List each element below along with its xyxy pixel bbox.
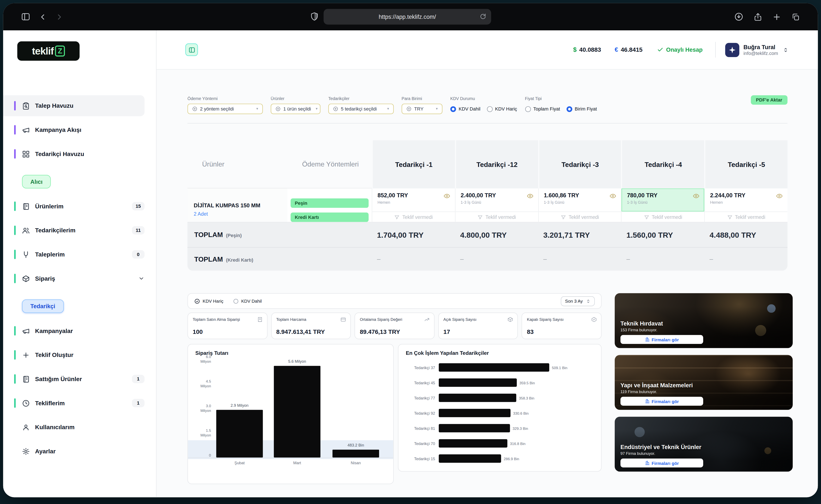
vat-haric-option[interactable]: KDV Hariç bbox=[194, 298, 223, 304]
grid-icon bbox=[22, 150, 30, 158]
period-select[interactable]: Son 3 Ay bbox=[561, 296, 595, 306]
sidebar-item-kampanya-akisi[interactable]: Kampanya Akışı bbox=[3, 119, 145, 140]
accent-bar bbox=[14, 374, 16, 384]
view-offer-eye-icon[interactable] bbox=[693, 193, 700, 199]
hbar-value-label: 358.3 Bin bbox=[519, 396, 534, 400]
offer: 2.244,00 TRYHemen bbox=[705, 189, 787, 212]
sidebar-item-teklif-olustur[interactable]: Teklif Oluştur bbox=[3, 344, 145, 365]
sidebar: teklif Z Talep HavuzuKampanya AkışıTedar… bbox=[3, 30, 157, 497]
eur-rate: € 46.8415 bbox=[615, 46, 642, 53]
y-tick-label: 1.5Milyon bbox=[188, 429, 211, 438]
supplier-column-header-tedarikci-3: Tedarikçi -3 bbox=[538, 140, 621, 188]
payment-method-filter[interactable]: 2 yöntem seçildi▾ bbox=[188, 104, 263, 114]
promo-card-hirdavat[interactable]: Teknik Hırdavat 153 Firma bulunuyor. Fir… bbox=[615, 293, 793, 348]
hbar-tedarikci-37 bbox=[439, 363, 549, 372]
sidebar-item-sattigim-urunler[interactable]: Sattığım Ürünler1 bbox=[3, 368, 145, 389]
promo-card-insaat[interactable]: Yapı ve İnşaat Malzemeleri 119 Firma bul… bbox=[615, 355, 793, 410]
collapse-sidebar-button[interactable] bbox=[185, 43, 198, 56]
x-tick-label: Mart bbox=[274, 461, 320, 465]
total-label: TOPLAM bbox=[194, 255, 223, 263]
sidebar-item-urunlerim[interactable]: Ürünlerim15 bbox=[3, 196, 145, 217]
no-offer-cell: Teklif vermedi bbox=[455, 212, 538, 222]
products-filter[interactable]: 1 ürün seçildi▾ bbox=[271, 104, 320, 114]
product-qty-link[interactable]: 2 Adet bbox=[194, 211, 208, 217]
export-pdf-button[interactable]: PDF'e Aktar bbox=[751, 95, 787, 105]
payment-chip-kredi-karti: Kredi Kartı bbox=[291, 212, 369, 222]
top-suppliers-chart: En Çok İşlem Yapılan Tedarikçiler Tedari… bbox=[398, 344, 602, 472]
role-badge-alici[interactable]: Alıcı bbox=[22, 175, 51, 189]
megaphone-icon bbox=[22, 327, 30, 335]
promo-card-endustriyel[interactable]: Endüstriyel ve Teknik Ürünler 97 Firma b… bbox=[615, 417, 793, 472]
share-icon[interactable] bbox=[753, 12, 762, 21]
role-badge-tedarikci[interactable]: Tedarikçi bbox=[22, 299, 64, 313]
radio-birim-fiyat[interactable]: Birim Fiyat bbox=[566, 106, 597, 112]
supplier-column-header-tedarikci-4: Tedarikçi -4 bbox=[621, 140, 704, 188]
funnel-x-icon bbox=[727, 214, 732, 220]
star-icon bbox=[728, 46, 736, 54]
funnel-x-icon bbox=[644, 214, 649, 220]
sidebar-item-ayarlar[interactable]: Ayarlar bbox=[3, 441, 145, 462]
sidebar-item-kampanyalar[interactable]: Kampanyalar bbox=[3, 320, 145, 341]
app-root: teklif Z Talep HavuzuKampanya AkışıTedar… bbox=[3, 30, 818, 497]
package-icon bbox=[22, 274, 30, 282]
circle-plus-icon bbox=[333, 106, 338, 111]
currency-filter[interactable]: TRY▾ bbox=[402, 104, 442, 114]
sidebar-item-tedarikcilerim[interactable]: Tedarikçilerim11 bbox=[3, 220, 145, 241]
shield-icon[interactable] bbox=[310, 12, 319, 21]
see-firms-button[interactable]: Firmaları gör bbox=[620, 458, 703, 467]
teklifz-logo[interactable]: teklif Z bbox=[17, 41, 80, 61]
chevrons-up-down-icon bbox=[586, 299, 591, 303]
accent-bar bbox=[14, 149, 16, 159]
package-check-icon bbox=[591, 317, 597, 323]
new-tab-icon[interactable] bbox=[772, 12, 781, 21]
h-tick-label: Tedarikçi 81 bbox=[399, 426, 435, 431]
sidebar-item-siparis[interactable]: Sipariş bbox=[3, 268, 145, 289]
count-badge: 15 bbox=[132, 202, 145, 210]
sidebar-toggle-icon[interactable] bbox=[21, 12, 30, 21]
verified-account-badge[interactable]: Onaylı Hesap bbox=[657, 47, 703, 53]
product-cell: DİJİTAL KUMPAS 150 MM 2 Adet bbox=[188, 189, 288, 223]
plus-icon bbox=[22, 351, 30, 359]
user-icon bbox=[22, 423, 30, 431]
see-firms-button[interactable]: Firmaları gör bbox=[620, 335, 703, 344]
address-bar[interactable]: https://app.teklifz.com/ bbox=[323, 9, 491, 25]
sidebar-item-tedarikci-havuzu[interactable]: Tedarikçi Havuzu bbox=[3, 143, 145, 164]
view-offer-eye-icon[interactable] bbox=[610, 193, 617, 199]
radio-kdv-haric[interactable]: KDV Hariç bbox=[487, 106, 517, 112]
offer-cell-supplier-1: 852,00 TRYHemenTeklif vermedi bbox=[372, 189, 455, 223]
vat-dahil-option[interactable]: KDV Dahil bbox=[233, 298, 262, 304]
tabs-icon[interactable] bbox=[791, 12, 800, 21]
circle-icon bbox=[233, 298, 239, 304]
view-offer-eye-icon[interactable] bbox=[443, 193, 450, 199]
hbar-value-label: 330.6 Bin bbox=[513, 411, 529, 415]
view-offer-eye-icon[interactable] bbox=[527, 193, 533, 199]
back-icon[interactable] bbox=[38, 12, 47, 21]
bar-value-label: 483.2 Bin bbox=[332, 443, 379, 448]
view-offer-eye-icon[interactable] bbox=[776, 193, 783, 199]
hbar-tedarikci-45 bbox=[439, 379, 517, 387]
bar-value-label: 2.9 Milyon bbox=[216, 403, 263, 408]
sidebar-item-tekliflerim[interactable]: Tekliflerim1 bbox=[3, 393, 145, 414]
h-tick-label: Tedarikçi 37 bbox=[399, 365, 435, 370]
radio-kdv-dahil[interactable]: KDV Dahil bbox=[450, 106, 480, 112]
accent-bar bbox=[14, 101, 16, 111]
user-menu[interactable]: Buğra Tural info@teklifz.com bbox=[725, 43, 789, 57]
circle-plus-icon bbox=[275, 106, 281, 111]
radio-toplam-fiyat[interactable]: Toplam Fiyat bbox=[525, 106, 560, 112]
download-icon[interactable] bbox=[734, 12, 743, 21]
circle-plus-icon bbox=[192, 106, 197, 111]
sidebar-item-talep-havuzu[interactable]: Talep Havuzu bbox=[3, 95, 145, 116]
desktop: https://app.teklifz.com/ teklif Z Talep … bbox=[0, 0, 821, 504]
suppliers-filter[interactable]: 5 tedarikçi seçildi▾ bbox=[328, 104, 394, 114]
supplier-column-header-tedarikci-12: Tedarikçi -12 bbox=[455, 140, 538, 188]
forward-icon[interactable] bbox=[55, 12, 64, 21]
sidebar-item-kullanicilarim[interactable]: Kullanıcılarım bbox=[3, 417, 145, 438]
sidebar-item-taleplerim[interactable]: Taleplerim0 bbox=[3, 244, 145, 265]
building-icon bbox=[645, 399, 650, 404]
megaphone-icon bbox=[22, 126, 30, 134]
reload-icon[interactable] bbox=[480, 13, 486, 20]
y-tick-label: 6.0Milyon bbox=[188, 355, 211, 364]
accent-bar bbox=[14, 447, 16, 456]
divider bbox=[715, 42, 716, 57]
see-firms-button[interactable]: Firmaları gör bbox=[620, 397, 703, 406]
